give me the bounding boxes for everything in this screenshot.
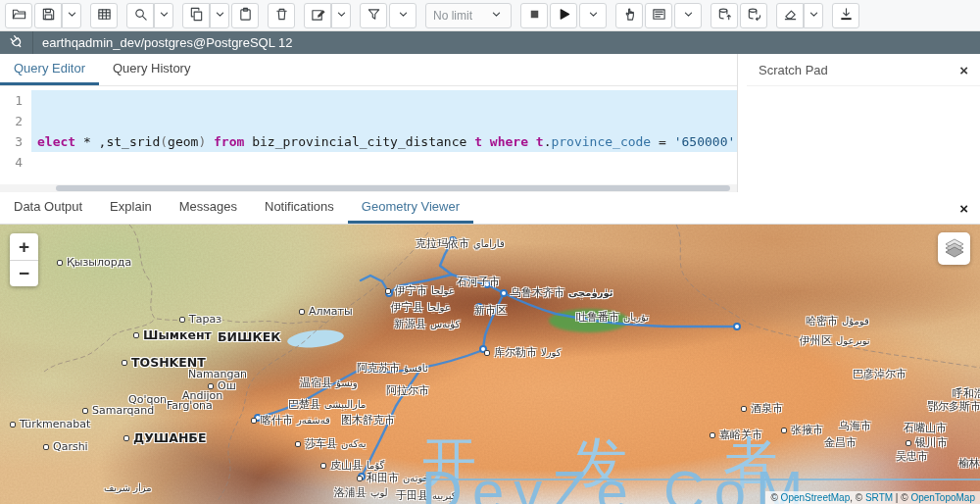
scratch-pad-pane: Scratch Pad ×	[747, 54, 980, 192]
map-zoom-control: + −	[10, 233, 38, 286]
map-layers-control[interactable]	[938, 232, 970, 265]
edit-menu-button[interactable]	[331, 3, 351, 28]
toolbar-group: No limit	[425, 3, 512, 28]
attribution-text: , ©	[850, 492, 865, 503]
download-results-button[interactable]	[832, 3, 859, 28]
tab-messages[interactable]: Messages	[166, 192, 251, 224]
edit-grid-button[interactable]	[90, 3, 118, 28]
trash-icon	[274, 7, 289, 25]
scratch-pad-input[interactable]	[747, 86, 980, 192]
commit-button[interactable]	[710, 3, 738, 28]
pencil-icon	[311, 7, 325, 25]
toolbar-group	[710, 3, 767, 28]
filter-button[interactable]	[360, 3, 387, 28]
toolbar-group	[776, 3, 823, 28]
tab-query-editor[interactable]: Query Editor	[0, 54, 99, 85]
attribution-link[interactable]: SRTM	[865, 492, 893, 503]
geometry-map[interactable]: ҚызылордаТаразШымкентАлматыБИШКЕКTOSHKEN…	[0, 225, 980, 504]
copy-button[interactable]	[182, 3, 210, 28]
map-label: 新源县كۈنەس	[394, 317, 460, 331]
map-label: Алматы	[299, 305, 353, 318]
find-menu-button[interactable]	[154, 3, 173, 28]
save-icon	[41, 7, 56, 25]
tab-notifications[interactable]: Notifications	[251, 192, 348, 224]
rollback-button[interactable]	[740, 3, 767, 28]
explain-menu-button[interactable]	[674, 3, 702, 28]
map-label: 吐鲁番市تۇرپان	[576, 310, 649, 325]
form-icon	[652, 7, 666, 25]
line-number: 2	[0, 111, 23, 131]
db-rollback-icon	[747, 7, 761, 25]
attribution-link[interactable]: OpenStreetMap	[781, 492, 851, 503]
city-marker-icon	[357, 476, 363, 481]
clear-button[interactable]	[776, 3, 804, 28]
map-label: Шымкент	[133, 328, 212, 342]
chevron-down-icon	[681, 7, 696, 25]
find-button[interactable]	[126, 3, 154, 28]
open-file-button[interactable]	[5, 3, 32, 28]
city-marker-icon	[906, 440, 911, 446]
map-label: 伊宁县غولجا	[391, 300, 450, 315]
toolbar-group	[520, 3, 607, 28]
copy-menu-button[interactable]	[210, 3, 229, 28]
sql-editor[interactable]: 1234 elect * ,st_srid(geom) from biz_pro…	[0, 86, 737, 192]
city-marker-icon	[251, 418, 257, 424]
chevron-down-icon	[586, 7, 601, 25]
row-limit-select[interactable]: No limit	[425, 3, 512, 28]
pane-splitter[interactable]	[737, 54, 747, 192]
map-label: 哈密市قومۇل	[806, 314, 869, 328]
save-button[interactable]	[34, 3, 62, 28]
tab-data-output[interactable]: Data Output	[0, 192, 96, 224]
zoom-in-button[interactable]: +	[10, 233, 38, 260]
attribution-link[interactable]: OpenTopoMap	[910, 492, 975, 503]
clear-menu-button[interactable]	[804, 3, 823, 28]
editor-hscrollbar-thumb[interactable]	[56, 185, 730, 191]
city-marker-icon	[320, 463, 326, 469]
edit-button[interactable]	[304, 3, 331, 28]
cancel-query-button[interactable]	[520, 3, 548, 28]
toolbar-group	[832, 3, 859, 28]
toolbar-group	[126, 3, 173, 28]
filter-menu-button[interactable]	[389, 3, 416, 28]
line-number: 3	[0, 131, 23, 152]
folder-open-icon	[12, 7, 26, 25]
results-panel-close-icon[interactable]: ×	[959, 200, 968, 217]
city-marker-icon	[385, 288, 391, 294]
line-number: 1	[0, 90, 23, 111]
explain-button[interactable]	[615, 3, 643, 28]
hand-icon	[622, 7, 637, 25]
map-label: 温宿县ونسۇ	[300, 376, 358, 390]
editor-hscrollbar-track	[0, 184, 737, 192]
explain-analyze-button[interactable]	[645, 3, 672, 28]
scratch-pad-close-icon[interactable]: ×	[959, 62, 968, 78]
connection-status[interactable]	[0, 31, 33, 54]
delete-row-button[interactable]	[268, 3, 295, 28]
chevron-down-icon	[334, 7, 349, 25]
code-line	[31, 111, 737, 131]
zoom-out-button[interactable]: −	[10, 260, 38, 286]
upper-panes: Query EditorQuery History 1234 elect * ,…	[0, 54, 980, 192]
tab-geometry-viewer[interactable]: Geometry Viewer	[348, 192, 473, 224]
execute-menu-button[interactable]	[579, 3, 607, 28]
toolbar-group	[182, 3, 259, 28]
search-icon	[133, 7, 148, 25]
map-label: 和田市خوتەن	[357, 471, 429, 485]
row-limit-value: No limit	[433, 9, 472, 23]
city-marker-icon	[299, 309, 305, 315]
paste-button[interactable]	[231, 3, 259, 28]
map-label: 乌鲁木齐市ئۈرۈمچى	[511, 285, 613, 300]
chevron-down-icon	[396, 7, 411, 25]
city-marker-icon	[484, 350, 490, 356]
map-label: 银川市	[906, 435, 948, 450]
tab-explain[interactable]: Explain	[96, 192, 166, 224]
filter-icon	[367, 7, 381, 25]
map-label: 莎车县يەكەن	[295, 436, 367, 451]
tab-query-history[interactable]: Query History	[99, 54, 204, 85]
query-tool-toolbar: No limit	[0, 0, 980, 31]
download-icon	[839, 7, 854, 25]
save-menu-button[interactable]	[62, 3, 81, 28]
code-lines: elect * ,st_srid(geom) from biz_provinci…	[31, 86, 737, 192]
map-label: Farg'ona	[167, 399, 213, 412]
city-marker-icon	[43, 444, 49, 450]
execute-query-button[interactable]	[550, 3, 577, 28]
